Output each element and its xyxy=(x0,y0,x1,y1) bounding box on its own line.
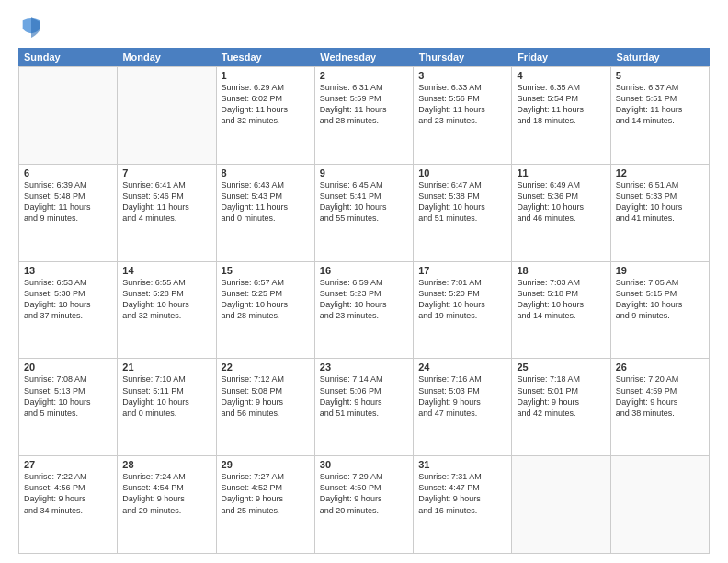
day-info: Sunrise: 6:47 AM Sunset: 5:38 PM Dayligh… xyxy=(418,179,506,224)
day-info: Sunrise: 6:37 AM Sunset: 5:51 PM Dayligh… xyxy=(616,82,704,127)
calendar-cell: 31Sunrise: 7:31 AM Sunset: 4:47 PM Dayli… xyxy=(414,456,512,553)
day-info: Sunrise: 7:29 AM Sunset: 4:50 PM Dayligh… xyxy=(320,471,408,516)
day-number: 20 xyxy=(24,362,112,373)
day-info: Sunrise: 7:14 AM Sunset: 5:06 PM Dayligh… xyxy=(320,373,408,419)
weekday-header-tuesday: Tuesday xyxy=(216,48,314,66)
day-info: Sunrise: 7:10 AM Sunset: 5:11 PM Dayligh… xyxy=(122,373,210,419)
calendar-cell: 24Sunrise: 7:16 AM Sunset: 5:03 PM Dayli… xyxy=(414,359,512,455)
day-number: 3 xyxy=(418,70,506,81)
day-info: Sunrise: 6:51 AM Sunset: 5:33 PM Dayligh… xyxy=(616,179,704,224)
weekday-header-saturday: Saturday xyxy=(611,48,710,66)
day-info: Sunrise: 7:27 AM Sunset: 4:52 PM Dayligh… xyxy=(222,471,310,516)
calendar-cell: 29Sunrise: 7:27 AM Sunset: 4:52 PM Dayli… xyxy=(217,456,315,553)
logo-icon xyxy=(18,15,44,40)
day-info: Sunrise: 7:03 AM Sunset: 5:18 PM Dayligh… xyxy=(517,277,605,322)
calendar-cell: 19Sunrise: 7:05 AM Sunset: 5:15 PM Dayli… xyxy=(611,262,710,359)
calendar-cell: 18Sunrise: 7:03 AM Sunset: 5:18 PM Dayli… xyxy=(512,262,610,359)
day-info: Sunrise: 6:57 AM Sunset: 5:25 PM Dayligh… xyxy=(222,277,310,322)
calendar-cell: 4Sunrise: 6:35 AM Sunset: 5:54 PM Daylig… xyxy=(512,67,610,164)
day-number: 30 xyxy=(320,459,408,470)
day-info: Sunrise: 7:12 AM Sunset: 5:08 PM Dayligh… xyxy=(222,373,310,419)
calendar-cell: 14Sunrise: 6:55 AM Sunset: 5:28 PM Dayli… xyxy=(118,262,216,359)
calendar-cell: 30Sunrise: 7:29 AM Sunset: 4:50 PM Dayli… xyxy=(315,456,414,553)
day-info: Sunrise: 6:39 AM Sunset: 5:48 PM Dayligh… xyxy=(24,179,112,224)
calendar-cell: 8Sunrise: 6:43 AM Sunset: 5:43 PM Daylig… xyxy=(217,165,315,261)
day-info: Sunrise: 6:43 AM Sunset: 5:43 PM Dayligh… xyxy=(222,179,310,224)
calendar-cell: 17Sunrise: 7:01 AM Sunset: 5:20 PM Dayli… xyxy=(414,262,512,359)
week-row-2: 6Sunrise: 6:39 AM Sunset: 5:48 PM Daylig… xyxy=(19,165,710,262)
day-info: Sunrise: 7:08 AM Sunset: 5:13 PM Dayligh… xyxy=(24,373,112,419)
day-number: 21 xyxy=(122,362,210,373)
day-info: Sunrise: 7:18 AM Sunset: 5:01 PM Dayligh… xyxy=(517,373,605,419)
day-number: 7 xyxy=(122,167,210,178)
calendar-cell: 12Sunrise: 6:51 AM Sunset: 5:33 PM Dayli… xyxy=(611,165,710,261)
day-info: Sunrise: 7:24 AM Sunset: 4:54 PM Dayligh… xyxy=(122,471,210,516)
calendar-header: SundayMondayTuesdayWednesdayThursdayFrid… xyxy=(18,48,710,66)
logo xyxy=(18,15,48,40)
day-info: Sunrise: 6:29 AM Sunset: 6:02 PM Dayligh… xyxy=(222,82,310,127)
calendar-cell: 9Sunrise: 6:45 AM Sunset: 5:41 PM Daylig… xyxy=(315,165,414,261)
day-number: 9 xyxy=(320,167,408,178)
calendar-cell: 16Sunrise: 6:59 AM Sunset: 5:23 PM Dayli… xyxy=(315,262,414,359)
day-number: 27 xyxy=(24,459,112,470)
calendar-cell: 5Sunrise: 6:37 AM Sunset: 5:51 PM Daylig… xyxy=(611,67,710,164)
weekday-header-friday: Friday xyxy=(512,48,610,66)
day-info: Sunrise: 7:20 AM Sunset: 4:59 PM Dayligh… xyxy=(616,373,704,419)
calendar-cell: 3Sunrise: 6:33 AM Sunset: 5:56 PM Daylig… xyxy=(414,67,512,164)
day-number: 24 xyxy=(418,362,506,373)
day-info: Sunrise: 7:01 AM Sunset: 5:20 PM Dayligh… xyxy=(418,277,506,322)
weekday-header-wednesday: Wednesday xyxy=(314,48,413,66)
day-number: 14 xyxy=(122,265,210,276)
day-number: 15 xyxy=(222,265,310,276)
day-number: 11 xyxy=(517,167,605,178)
calendar-cell: 20Sunrise: 7:08 AM Sunset: 5:13 PM Dayli… xyxy=(19,359,118,455)
calendar-cell: 22Sunrise: 7:12 AM Sunset: 5:08 PM Dayli… xyxy=(217,359,315,455)
day-info: Sunrise: 6:35 AM Sunset: 5:54 PM Dayligh… xyxy=(517,82,605,127)
day-info: Sunrise: 6:49 AM Sunset: 5:36 PM Dayligh… xyxy=(517,179,605,224)
day-number: 6 xyxy=(24,167,112,178)
day-number: 25 xyxy=(517,362,605,373)
day-number: 2 xyxy=(320,70,408,81)
calendar-cell: 15Sunrise: 6:57 AM Sunset: 5:25 PM Dayli… xyxy=(217,262,315,359)
calendar-cell: 21Sunrise: 7:10 AM Sunset: 5:11 PM Dayli… xyxy=(118,359,216,455)
day-info: Sunrise: 7:16 AM Sunset: 5:03 PM Dayligh… xyxy=(418,373,506,419)
day-number: 19 xyxy=(616,265,704,276)
day-number: 4 xyxy=(517,70,605,81)
day-number: 18 xyxy=(517,265,605,276)
calendar-cell: 13Sunrise: 6:53 AM Sunset: 5:30 PM Dayli… xyxy=(19,262,118,359)
day-number: 29 xyxy=(222,459,310,470)
calendar-cell: 1Sunrise: 6:29 AM Sunset: 6:02 PM Daylig… xyxy=(217,67,315,164)
week-row-5: 27Sunrise: 7:22 AM Sunset: 4:56 PM Dayli… xyxy=(19,456,710,554)
calendar-cell: 28Sunrise: 7:24 AM Sunset: 4:54 PM Dayli… xyxy=(118,456,216,553)
day-info: Sunrise: 6:41 AM Sunset: 5:46 PM Dayligh… xyxy=(122,179,210,224)
day-number: 23 xyxy=(320,362,408,373)
weekday-header-thursday: Thursday xyxy=(414,48,512,66)
calendar-cell xyxy=(512,456,610,553)
day-number: 10 xyxy=(418,167,506,178)
calendar-cell: 10Sunrise: 6:47 AM Sunset: 5:38 PM Dayli… xyxy=(414,165,512,261)
calendar-cell: 11Sunrise: 6:49 AM Sunset: 5:36 PM Dayli… xyxy=(512,165,610,261)
weekday-header-sunday: Sunday xyxy=(18,48,117,66)
week-row-4: 20Sunrise: 7:08 AM Sunset: 5:13 PM Dayli… xyxy=(19,359,710,456)
day-number: 31 xyxy=(418,459,506,470)
calendar-cell: 27Sunrise: 7:22 AM Sunset: 4:56 PM Dayli… xyxy=(19,456,118,553)
day-info: Sunrise: 6:55 AM Sunset: 5:28 PM Dayligh… xyxy=(122,277,210,322)
day-number: 5 xyxy=(616,70,704,81)
day-info: Sunrise: 6:31 AM Sunset: 5:59 PM Dayligh… xyxy=(320,82,408,127)
weekday-header-monday: Monday xyxy=(117,48,215,66)
calendar-cell: 7Sunrise: 6:41 AM Sunset: 5:46 PM Daylig… xyxy=(118,165,216,261)
page: SundayMondayTuesdayWednesdayThursdayFrid… xyxy=(0,0,728,563)
calendar: SundayMondayTuesdayWednesdayThursdayFrid… xyxy=(18,48,710,554)
calendar-cell: 25Sunrise: 7:18 AM Sunset: 5:01 PM Dayli… xyxy=(512,359,610,455)
calendar-cell xyxy=(19,67,118,164)
calendar-cell: 26Sunrise: 7:20 AM Sunset: 4:59 PM Dayli… xyxy=(611,359,710,455)
day-number: 28 xyxy=(122,459,210,470)
day-info: Sunrise: 6:59 AM Sunset: 5:23 PM Dayligh… xyxy=(320,277,408,322)
calendar-cell: 6Sunrise: 6:39 AM Sunset: 5:48 PM Daylig… xyxy=(19,165,118,261)
header xyxy=(18,15,710,40)
day-number: 8 xyxy=(222,167,310,178)
day-info: Sunrise: 7:05 AM Sunset: 5:15 PM Dayligh… xyxy=(616,277,704,322)
week-row-3: 13Sunrise: 6:53 AM Sunset: 5:30 PM Dayli… xyxy=(19,262,710,360)
day-info: Sunrise: 6:45 AM Sunset: 5:41 PM Dayligh… xyxy=(320,179,408,224)
calendar-cell: 2Sunrise: 6:31 AM Sunset: 5:59 PM Daylig… xyxy=(315,67,414,164)
